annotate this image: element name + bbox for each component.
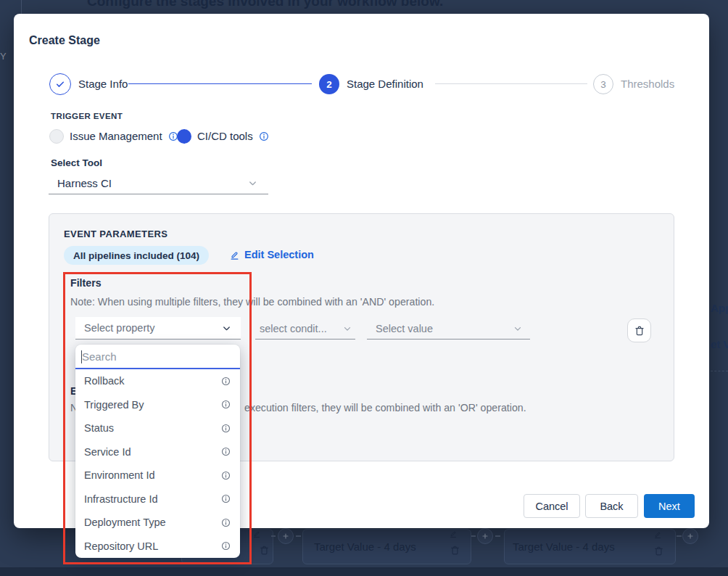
chevron-down-icon	[247, 178, 258, 189]
edit-icon	[229, 250, 240, 260]
stepper-step-stage-definition[interactable]: 2 Stage Definition	[319, 74, 423, 94]
workflow-connector	[271, 535, 276, 537]
step-2-label: Stage Definition	[347, 78, 423, 91]
edit-icon	[653, 530, 662, 539]
chevron-down-icon	[513, 324, 523, 334]
radio-selected[interactable]	[177, 129, 191, 144]
annotation-highlight-box	[63, 272, 252, 564]
trash-icon	[259, 545, 270, 556]
stepper-step-stage-info[interactable]: Stage Info	[49, 73, 128, 95]
filter-value-placeholder: Select value	[376, 323, 433, 334]
cancel-button[interactable]: Cancel	[524, 494, 580, 518]
step-2-indicator: 2	[319, 74, 339, 94]
check-icon	[54, 78, 66, 90]
workflow-connector	[495, 535, 500, 537]
radio-label: CI/CD tools	[197, 129, 253, 144]
radio-unselected[interactable]	[49, 129, 64, 144]
background-right-text-fragment-2: et V	[711, 338, 728, 350]
step-1-indicator	[49, 73, 71, 95]
pipelines-included-badge: All pipelines included (104)	[64, 246, 209, 265]
workflow-connector	[296, 535, 301, 537]
workflow-card-label: Target Value - 4 days	[314, 530, 471, 564]
edit-icon	[252, 530, 261, 538]
trash-icon	[450, 545, 460, 556]
add-stage-button	[682, 528, 698, 544]
edit-selection-link[interactable]: Edit Selection	[229, 249, 314, 260]
workflow-card: Target Value - 4 days	[504, 529, 676, 564]
workflow-connector	[471, 535, 476, 537]
trash-icon	[653, 546, 664, 556]
trigger-event-label: TRIGGER EVENT	[51, 112, 123, 120]
edit-selection-label: Edit Selection	[244, 249, 314, 260]
event-parameters-title: EVENT PARAMETERS	[64, 229, 167, 239]
edit-icon	[449, 530, 458, 538]
next-button[interactable]: Next	[644, 494, 695, 518]
step-3-label: Thresholds	[621, 78, 674, 91]
add-stage-button	[278, 528, 294, 544]
radio-option-cicd-tools[interactable]: CI/CD tools	[177, 129, 269, 144]
filter-condition-select[interactable]: select condit...	[255, 318, 355, 340]
radio-option-issue-management[interactable]: Issue Management	[49, 129, 178, 144]
remove-filter-button[interactable]	[627, 318, 651, 342]
background-left-text-fragment: Y	[0, 51, 7, 62]
back-button[interactable]: Back	[585, 494, 638, 518]
filter-value-select[interactable]: Select value	[367, 318, 530, 340]
background-footer-strip	[0, 567, 728, 576]
chevron-down-icon	[342, 324, 352, 334]
radio-label: Issue Management	[70, 129, 162, 144]
info-icon[interactable]	[259, 131, 269, 141]
step-3-indicator: 3	[593, 74, 613, 94]
step-1-label: Stage Info	[78, 78, 128, 91]
execution-filters-note-fragment-right: execution filters, they will be combined…	[244, 402, 526, 414]
stepper-connector	[128, 83, 312, 84]
modal-title: Create Stage	[29, 34, 100, 47]
background-heading: Configure the stages involved in your wo…	[87, 0, 443, 9]
background-divider	[21, 0, 22, 14]
background-right-text-fragment-1: App	[711, 302, 728, 314]
select-tool-dropdown[interactable]: Harness CI	[49, 173, 268, 194]
background-dashed-connector	[711, 371, 728, 371]
select-tool-value: Harness CI	[57, 177, 112, 189]
trash-icon	[634, 325, 645, 337]
stepper-connector	[435, 83, 587, 84]
stepper-step-thresholds[interactable]: 3 Thresholds	[593, 74, 674, 94]
screen: Configure the stages involved in your wo…	[0, 0, 728, 576]
add-stage-button	[477, 528, 493, 544]
workflow-connector	[677, 535, 682, 537]
workflow-card: Target Value - 4 days	[302, 529, 471, 564]
workflow-card-label: Target Value - 4 days	[513, 530, 675, 564]
select-tool-label: Select Tool	[51, 157, 102, 168]
filter-condition-placeholder: select condit...	[260, 323, 327, 334]
